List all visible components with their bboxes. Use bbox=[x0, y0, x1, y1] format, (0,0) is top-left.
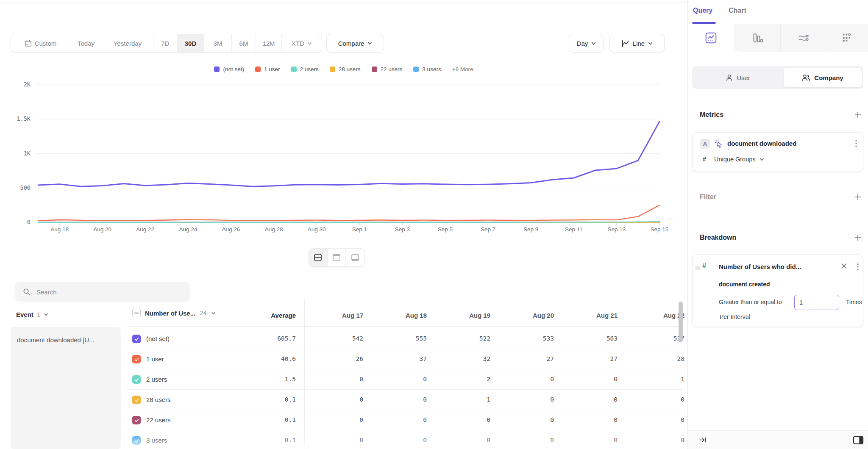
close-icon bbox=[841, 263, 847, 269]
chart-type-scatter-segment[interactable] bbox=[824, 24, 868, 52]
breakdown-condition-label[interactable]: Greater than or equal to bbox=[719, 299, 782, 305]
series-daily-value: 0 bbox=[300, 437, 363, 443]
chart-type-button[interactable]: Line bbox=[609, 34, 665, 53]
chart-type-label: Line bbox=[633, 40, 645, 47]
table-row-not-set: (not set)605.7542555522533563537 bbox=[0, 329, 687, 349]
series-label: 28 users bbox=[146, 396, 171, 403]
layout-toggle-group bbox=[309, 248, 365, 267]
date-range-label: 30D bbox=[185, 40, 197, 47]
sidebar-footer bbox=[688, 430, 868, 449]
date-range-yesterday[interactable]: Yesterday bbox=[102, 34, 153, 52]
date-column-header[interactable]: Aug 22 bbox=[618, 312, 684, 319]
x-axis-tick-label: Sep 13 bbox=[598, 226, 636, 233]
toggle-company-label: Company bbox=[814, 74, 843, 81]
select-all-checkbox[interactable] bbox=[132, 309, 141, 317]
layout-split-view-button[interactable] bbox=[309, 249, 328, 266]
chart-type-line-segment[interactable] bbox=[689, 24, 733, 52]
series-daily-value: 28 bbox=[618, 355, 684, 362]
date-range-today[interactable]: Today bbox=[70, 34, 102, 52]
measure-selector[interactable]: Unique Groups bbox=[714, 156, 764, 163]
x-axis-tick-label: Aug 26 bbox=[212, 226, 250, 233]
x-axis-tick-label: Aug 18 bbox=[41, 226, 79, 233]
breakdown-card[interactable]: # Number of Users who did... document cr… bbox=[692, 254, 863, 327]
granularity-button[interactable]: Day bbox=[569, 34, 604, 53]
breakdown-value-input[interactable] bbox=[794, 295, 839, 310]
breakdown-event-name[interactable]: document created bbox=[719, 281, 770, 288]
series-daily-value: 0 bbox=[490, 396, 554, 403]
date-range-6m[interactable]: 6M bbox=[232, 34, 256, 52]
date-range-label: XTD bbox=[292, 40, 304, 47]
series-label: (not set) bbox=[146, 335, 170, 342]
table-row-22-users: 22 users0.1000000 bbox=[0, 410, 687, 430]
add-breakdown-button[interactable] bbox=[853, 233, 862, 242]
toggle-user-segment[interactable]: User bbox=[692, 66, 784, 89]
date-column-header[interactable]: Aug 18 bbox=[363, 312, 427, 319]
layout-chart-only-button[interactable] bbox=[328, 249, 346, 266]
active-tab-underline bbox=[692, 22, 716, 24]
series-daily-value: 555 bbox=[363, 335, 427, 342]
tab-query[interactable]: Query bbox=[693, 7, 712, 14]
x-axis-tick-label: Aug 22 bbox=[126, 226, 164, 233]
breakdown-per-interval-label[interactable]: Per Interval bbox=[720, 313, 750, 320]
event-column-header[interactable]: Event 1 bbox=[16, 311, 48, 318]
date-range-7d[interactable]: 7D bbox=[153, 34, 177, 52]
date-range-xtd[interactable]: XTD bbox=[282, 34, 322, 52]
line-chart-icon bbox=[705, 32, 717, 44]
date-range-30d[interactable]: 30D bbox=[177, 34, 204, 52]
series-daily-value: 0 bbox=[363, 437, 427, 443]
tab-chart[interactable]: Chart bbox=[729, 7, 746, 14]
drag-handle-icon[interactable] bbox=[695, 264, 700, 272]
x-axis-tick-label: Sep 11 bbox=[555, 226, 593, 233]
event-column-label: Event bbox=[16, 311, 33, 318]
breakdown-title[interactable]: Number of Users who did... bbox=[719, 263, 801, 270]
series-checkbox[interactable] bbox=[132, 436, 141, 445]
scatter-grid-icon bbox=[841, 32, 852, 44]
line-chart-icon bbox=[621, 39, 629, 47]
series-label: 1 user bbox=[146, 355, 164, 363]
groupby-column-header[interactable]: Number of Use... 24 bbox=[132, 309, 216, 317]
date-column-header[interactable]: Aug 20 bbox=[490, 312, 554, 319]
collapse-sidebar-button[interactable] bbox=[699, 436, 707, 446]
search-input[interactable] bbox=[36, 288, 176, 296]
date-range-label: Custom bbox=[35, 40, 57, 47]
series-checkbox[interactable] bbox=[132, 416, 141, 424]
line-chart bbox=[0, 55, 687, 229]
add-filter-button[interactable] bbox=[853, 192, 862, 202]
metric-event-name[interactable]: document downloaded bbox=[727, 140, 796, 147]
x-axis-tick-label: Aug 20 bbox=[83, 226, 122, 233]
toggle-company-segment[interactable]: Company bbox=[784, 66, 862, 89]
date-column-header[interactable]: Aug 21 bbox=[554, 312, 618, 319]
series-label: 2 users bbox=[146, 376, 167, 383]
add-metric-button[interactable] bbox=[853, 110, 862, 119]
average-column-header: Average bbox=[229, 312, 296, 319]
date-range-12m[interactable]: 12M bbox=[256, 34, 282, 52]
series-checkbox[interactable] bbox=[132, 335, 141, 343]
breakdown-menu-button[interactable] bbox=[857, 263, 859, 272]
series-checkbox[interactable] bbox=[132, 396, 141, 404]
filter-heading: Filter bbox=[700, 193, 716, 201]
date-column-header[interactable]: Aug 19 bbox=[427, 312, 490, 319]
chart-type-flow-segment[interactable] bbox=[781, 24, 825, 52]
toggle-panel-button[interactable] bbox=[852, 434, 864, 448]
table-scrollbar[interactable] bbox=[679, 302, 683, 342]
metric-card[interactable]: A document downloaded # Unique Groups bbox=[692, 132, 863, 172]
series-daily-value: 26 bbox=[300, 355, 363, 362]
compare-button[interactable]: Compare bbox=[326, 34, 384, 53]
remove-breakdown-button[interactable] bbox=[841, 263, 847, 271]
layout-table-only-button[interactable] bbox=[346, 249, 364, 266]
series-checkbox[interactable] bbox=[132, 375, 141, 384]
measure-hash-icon: # bbox=[703, 156, 706, 163]
series-checkbox[interactable] bbox=[132, 355, 141, 363]
y-axis-tick-label: 0 bbox=[4, 219, 31, 225]
chart-type-bar-segment[interactable] bbox=[735, 24, 779, 52]
metric-menu-button[interactable] bbox=[855, 140, 857, 149]
series-daily-value: 0 bbox=[554, 416, 618, 423]
date-range-custom[interactable]: Custom bbox=[11, 34, 70, 52]
series-daily-value: 0 bbox=[427, 416, 490, 423]
series-daily-value: 0 bbox=[363, 376, 427, 382]
query-sidebar: Query Chart User Company bbox=[687, 0, 868, 449]
user-company-toggle: User Company bbox=[692, 66, 863, 89]
date-range-label: 7D bbox=[161, 40, 169, 47]
date-range-3m[interactable]: 3M bbox=[204, 34, 232, 52]
date-column-header[interactable]: Aug 17 bbox=[300, 312, 363, 319]
